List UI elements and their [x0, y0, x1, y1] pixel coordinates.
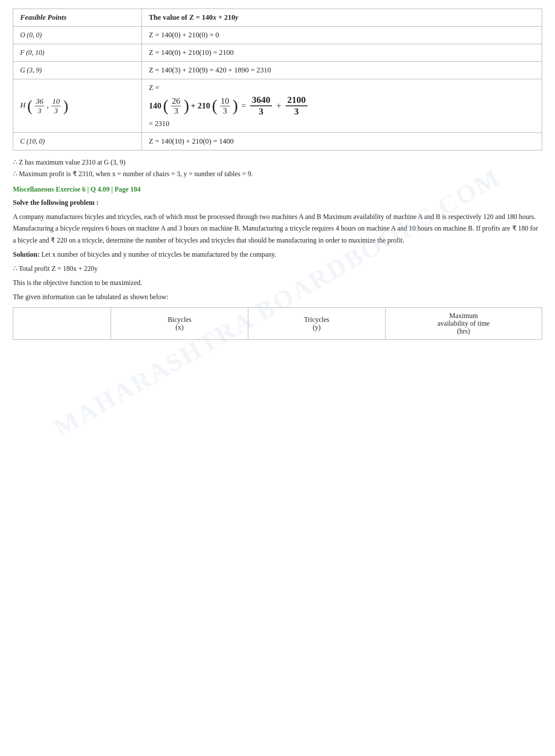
exercise-label: Miscellaneous Exercise 6 | Q 4.09 | Page… [13, 186, 542, 193]
tricycles-sub: (y) [254, 324, 379, 331]
table-intro: The given information can be tabulated a… [13, 291, 542, 303]
table-row-h: H ( 36 3 , 10 3 ) Z = 140 ( [13, 79, 542, 133]
formula-o: Z = 140(0) + 210(0) = 0 [142, 27, 542, 44]
h-formula-line1: Z = [149, 84, 535, 92]
result-line2: ∴ Maximum profit is ₹ 2310, when x = num… [13, 170, 542, 178]
max-label: Maximum [392, 312, 536, 320]
max-sub1: availability of time [392, 320, 536, 327]
h-formula-line2: 140 ( 26 3 ) + 210 ( 10 3 ) = [149, 95, 535, 117]
max-sub2: (hrs) [392, 327, 536, 335]
problem-text: A company manufactures bicyles and tricy… [13, 211, 542, 246]
bottom-table-header-row: Bicycles (x) Tricycles (y) Maximum avail… [13, 307, 542, 339]
formula-f: Z = 140(0) + 210(10) = 2100 [142, 44, 542, 62]
point-c: C (10, 0) [13, 133, 142, 150]
table-row: F (0, 10) Z = 140(0) + 210(10) = 2100 [13, 44, 542, 62]
bottom-col-tricycles-header: Tricycles (y) [248, 307, 385, 339]
h-frac2: 10 3 [51, 97, 61, 115]
formula-c: Z = 140(10) + 210(0) = 1400 [142, 133, 542, 150]
solution-label: Solution: [13, 251, 39, 258]
col1-header: Feasible Points [13, 9, 142, 27]
bottom-table: Bicycles (x) Tricycles (y) Maximum avail… [13, 307, 542, 340]
point-f: F (0, 10) [13, 44, 142, 62]
bottom-col-empty [13, 307, 111, 339]
feasible-points-table: Feasible Points The value of Z = 140x + … [13, 9, 542, 150]
h-frac1: 36 3 [35, 97, 44, 115]
bottom-col-bicycles-header: Bicycles (x) [111, 307, 248, 339]
solution-text: Let x number of bicycles and y number of… [39, 251, 276, 258]
point-h: H ( 36 3 , 10 3 ) [13, 79, 142, 133]
result-line1: ∴ Z has maximum value 2310 at G (3, 9) [13, 158, 542, 166]
col2-header: The value of Z = 140x + 210y [142, 9, 542, 27]
bicycles-label: Bicycles [117, 316, 242, 324]
table-row: O (0, 0) Z = 140(0) + 210(0) = 0 [13, 27, 542, 44]
formula-g: Z = 140(3) + 210(9) = 420 + 1890 = 2310 [142, 62, 542, 79]
bottom-col-max-header: Maximum availability of time (hrs) [385, 307, 542, 339]
exercise-heading: Solve the following problem : [13, 197, 542, 208]
point-o: O (0, 0) [13, 27, 142, 44]
table-header-row: Feasible Points The value of Z = 140x + … [13, 9, 542, 27]
formula-h: Z = 140 ( 26 3 ) + 210 ( 10 3 [142, 79, 542, 133]
objective-line: This is the objective function to be max… [13, 277, 542, 288]
solution-line: Solution: Let x number of bicycles and y… [13, 249, 542, 260]
table-row-c: C (10, 0) Z = 140(10) + 210(0) = 1400 [13, 133, 542, 150]
bicycles-sub: (x) [117, 324, 242, 331]
profit-line: ∴ Total profit Z = 180x + 220y [13, 263, 542, 274]
tricycles-label: Tricycles [254, 316, 379, 324]
table-row: G (3, 9) Z = 140(3) + 210(9) = 420 + 189… [13, 62, 542, 79]
point-g: G (3, 9) [13, 62, 142, 79]
h-formula-line3: = 2310 [149, 120, 535, 128]
